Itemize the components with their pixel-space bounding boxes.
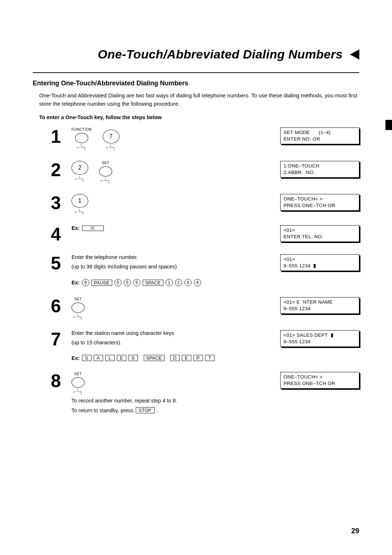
step-text: (up to 15 characters). (72, 340, 215, 345)
step-text: Enter the station name using character k… (72, 330, 215, 336)
one-touch-key-01: 01 (82, 226, 104, 231)
set-button-icon (72, 377, 85, 388)
function-button-icon (75, 133, 88, 143)
press-indicator-icon: ⌐└┐ (75, 209, 85, 214)
set-label: SET (102, 161, 110, 165)
keypad-2-icon: 2 (72, 161, 88, 175)
press-indicator-icon: ⌐└┐ (73, 389, 83, 394)
procedure-heading: To enter a One-Touch key, follow the ste… (39, 114, 359, 120)
lcd-display: SET MODE (1–4) ENTER NO. OR (280, 127, 359, 144)
step-number: 8 (51, 372, 62, 390)
digit-key: 5 (133, 279, 140, 286)
example-phone-entry: Ex: 9 PAUSE 5 5 5 SPACE 1 2 3 4 (72, 279, 201, 286)
lcd-display: <01> 9–555 1234 ▮ (280, 254, 359, 271)
step-2: 2 2 ⌐└┐ SET ⌐└┐ 1:ONE–TOUCH 2:ABBR. NO. (51, 161, 359, 183)
function-label: FUNCTION (72, 127, 92, 131)
keypad-7-icon: 7 (103, 130, 119, 143)
digit-key: 1 (166, 279, 173, 286)
step-7: 7 Enter the station name using character… (51, 330, 359, 361)
char-key: P (193, 355, 203, 361)
digit-key: 2 (175, 279, 182, 286)
stop-key: STOP (136, 407, 155, 413)
step-1: 1 FUNCTION ⌐└┐ 7 ⌐└┐ SET MODE (1–4) ENTE… (51, 127, 359, 150)
step-text: To return to standby, press (72, 408, 134, 413)
step-text: To record another number, repeat step 4 … (72, 398, 177, 404)
press-indicator-icon: ⌐└┐ (106, 145, 116, 150)
step-3: 3 1 ⌐└┐ ONE–TOUCH< > PRESS ONE–TCH OR (51, 194, 359, 214)
lcd-display: 1:ONE–TOUCH 2:ABBR. NO. (280, 161, 359, 178)
digit-key: 9 (82, 279, 89, 286)
set-label: SET (74, 297, 82, 301)
digit-key: 3 (184, 279, 192, 286)
space-key: SPACE (143, 280, 163, 286)
step-text: (up to 36 digits including pauses and sp… (72, 264, 201, 270)
example-label: Ex: (72, 355, 80, 361)
char-key: S (128, 355, 138, 361)
keypad-1-icon: 1 (72, 194, 88, 208)
step-number: 3 (51, 194, 62, 212)
lcd-display: ONE–TOUCH< > PRESS ONE–TCH OR (280, 372, 359, 389)
space-key: SPACE (144, 355, 164, 361)
title-rule (33, 72, 359, 73)
press-indicator-icon: ⌐└┐ (75, 176, 85, 181)
edge-tab-marker (385, 120, 392, 130)
pause-key: PAUSE (91, 280, 112, 286)
set-label: SET (74, 372, 82, 376)
press-indicator-icon: ⌐└┐ (77, 145, 87, 150)
lcd-display: <01> E NTER NAME 9–555 1234 (280, 297, 359, 314)
press-indicator-icon: ⌐└┐ (101, 178, 111, 183)
step-number: 7 (51, 330, 62, 348)
lcd-display: <01> ENTER TEL. NO. (280, 225, 359, 242)
step-text: . (157, 408, 158, 413)
step-number: 4 (51, 225, 62, 243)
char-key: D (170, 355, 180, 361)
set-button-icon (99, 166, 112, 177)
intro-paragraph: One-Touch and Abbreviated Dialing are tw… (39, 92, 359, 108)
example-label: Ex: (72, 280, 80, 285)
char-key: E (117, 355, 126, 361)
step-number: 2 (51, 161, 62, 179)
press-indicator-icon: ⌐└┐ (73, 314, 83, 319)
example-name-entry: Ex: S A L E S SPACE D E P T (72, 355, 215, 361)
digit-key: 5 (114, 279, 122, 286)
char-key: A (94, 355, 103, 361)
lcd-display: <01> SALES DEPT ▮ 9–555 1234 (280, 330, 359, 347)
char-key: L (105, 355, 115, 361)
lcd-display: ONE–TOUCH< > PRESS ONE–TCH OR (280, 194, 359, 211)
digit-key: 4 (194, 279, 201, 286)
step-5: 5 Enter the telephone number. (up to 36 … (51, 254, 359, 286)
step-6: 6 SET ⌐└┐ <01> E NTER NAME 9–555 1234 (51, 297, 359, 319)
title-triangle-icon (350, 49, 359, 60)
step-number: 1 (51, 127, 62, 146)
title-bar: One-Touch/Abbreviated Dialing Numbers (33, 47, 359, 61)
char-key: S (82, 355, 91, 361)
step-4: 4 Ex: 01 <01> ENTER TEL. NO. (51, 225, 359, 243)
step-number: 6 (51, 297, 62, 315)
steps-list: 1 FUNCTION ⌐└┐ 7 ⌐└┐ SET MODE (1–4) ENTE… (51, 127, 359, 413)
set-button-icon (72, 303, 85, 313)
digit-key: 5 (124, 279, 131, 286)
step-number: 5 (51, 254, 62, 272)
section-heading: Entering One-Touch/Abbreviated Dialing N… (33, 80, 359, 87)
page-title: One-Touch/Abbreviated Dialing Numbers (98, 47, 343, 61)
step-8: 8 SET ⌐└┐ To record another number, repe… (51, 372, 359, 413)
page-number: 29 (351, 527, 359, 535)
example-label: Ex: (72, 225, 80, 231)
step-text: Enter the telephone number. (72, 254, 201, 260)
char-key: E (182, 355, 191, 361)
char-key: T (205, 355, 215, 361)
